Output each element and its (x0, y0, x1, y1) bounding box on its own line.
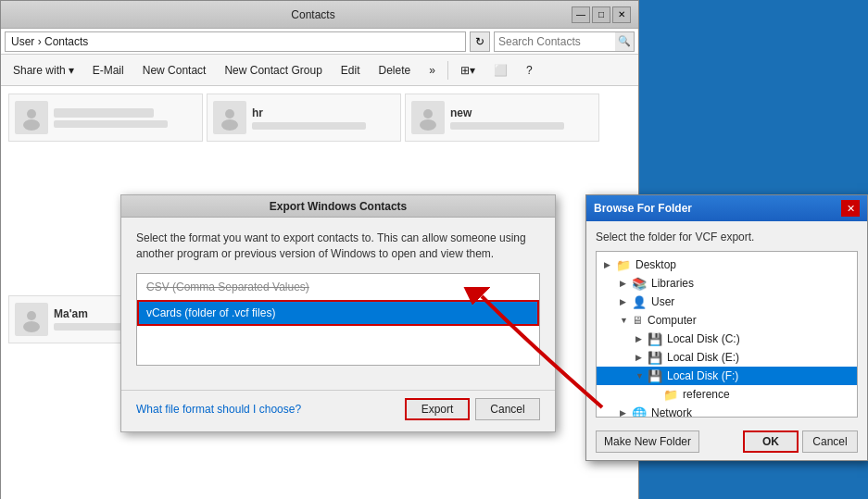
contact-card[interactable]: hr (207, 94, 401, 142)
network-icon: 🌐 (632, 406, 647, 418)
toolbar-separator (447, 61, 448, 80)
new-group-button[interactable]: New Contact Group (216, 58, 330, 82)
tree-label: reference (683, 388, 730, 401)
avatar (15, 303, 48, 336)
expand-icon: ▶ (604, 260, 613, 269)
email-button[interactable]: E-Mail (84, 58, 132, 82)
contact-name: new (450, 106, 593, 119)
more-button[interactable]: » (421, 58, 444, 82)
avatar (15, 101, 48, 134)
make-new-folder-button[interactable]: Make New Folder (596, 430, 699, 453)
hdd-icon: 💾 (648, 351, 662, 365)
tree-label: Local Disk (C:) (667, 332, 740, 345)
address-path[interactable]: User › Contacts (5, 31, 466, 52)
browse-for-folder-dialog: Browse For Folder ✕ Select the folder fo… (585, 194, 868, 461)
window-title: Contacts (55, 8, 572, 21)
expand-icon: ▶ (620, 279, 629, 288)
contact-detail (54, 120, 168, 128)
contact-info (54, 108, 196, 128)
hdd-icon: 💾 (648, 369, 662, 383)
refresh-button[interactable]: ↻ (470, 31, 490, 52)
export-dialog-title: Export Windows Contacts (121, 195, 555, 218)
svg-point-2 (225, 109, 234, 119)
expand-icon: ▶ (620, 297, 629, 306)
folder-icon: 📁 (663, 388, 678, 402)
format-item-csv[interactable]: CSV (Comma Separated Values) (137, 274, 539, 300)
browse-body: Select the folder for VCF export. ▶ 📁 De… (586, 221, 867, 423)
address-bar: User › Contacts ↻ 🔍 (1, 29, 638, 55)
export-dialog-body: Select the format you want to export con… (121, 218, 555, 390)
folder-icon: 👤 (632, 295, 647, 309)
svg-point-5 (420, 119, 436, 131)
avatar (213, 101, 246, 134)
export-cancel-button[interactable]: Cancel (475, 398, 540, 420)
svg-point-1 (23, 119, 40, 131)
contact-card[interactable]: new (405, 94, 599, 142)
tree-item-desktop[interactable]: ▶ 📁 Desktop (597, 256, 857, 274)
folder-icon: 📁 (616, 258, 631, 272)
expand-icon: ▶ (620, 408, 629, 418)
help-button[interactable]: ? (518, 58, 541, 82)
title-bar-controls: — □ ✕ (572, 6, 631, 23)
share-with-button[interactable]: Share with ▾ (5, 58, 82, 82)
search-box: 🔍 (494, 31, 635, 52)
chevron-down-icon: ▾ (69, 64, 74, 77)
tree-label: Libraries (651, 277, 694, 290)
help-link[interactable]: What file format should I choose? (136, 403, 301, 416)
folder-tree[interactable]: ▶ 📁 Desktop ▶ 📚 Libraries ▶ 👤 User (596, 251, 858, 418)
svg-point-6 (27, 311, 36, 320)
format-list[interactable]: CSV (Comma Separated Values) vCards (fol… (136, 273, 540, 366)
hdd-icon: 💾 (648, 332, 662, 346)
tree-label: Local Disk (E:) (667, 351, 739, 364)
expand-icon: ▼ (620, 316, 629, 325)
browse-close-button[interactable]: ✕ (841, 200, 860, 217)
browse-title: Browse For Folder (594, 202, 692, 215)
maximize-button[interactable]: □ (592, 6, 610, 23)
folder-icon: 📚 (632, 277, 647, 291)
tree-item-reference[interactable]: 📁 reference (597, 385, 857, 404)
browse-instruction: Select the folder for VCF export. (596, 231, 858, 243)
contact-detail (450, 122, 564, 130)
tree-item-libraries[interactable]: ▶ 📚 Libraries (597, 274, 857, 293)
contact-info: hr (252, 106, 395, 130)
svg-point-4 (423, 109, 433, 119)
export-description: Select the format you want to export con… (136, 231, 540, 262)
tree-label: Desktop (635, 258, 676, 271)
search-input[interactable] (495, 32, 615, 51)
expand-icon: ▼ (635, 371, 645, 380)
export-button[interactable]: Export (405, 398, 470, 420)
format-item-vcards[interactable]: vCards (folder of .vcf files) (137, 300, 539, 326)
svg-point-3 (221, 119, 238, 131)
browse-title-bar: Browse For Folder ✕ (586, 195, 867, 221)
browse-ok-button[interactable]: OK (743, 430, 799, 453)
contact-name: hr (252, 106, 395, 119)
tree-item-disk-f[interactable]: ▼ 💾 Local Disk (F:) (597, 367, 857, 385)
delete-button[interactable]: Delete (371, 58, 420, 82)
tree-item-disk-e[interactable]: ▶ 💾 Local Disk (E:) (597, 348, 857, 367)
tree-label: Local Disk (F:) (667, 369, 738, 382)
contact-detail (252, 122, 366, 130)
edit-button[interactable]: Edit (333, 58, 369, 82)
title-bar: Contacts — □ ✕ (1, 1, 638, 29)
tree-item-user[interactable]: ▶ 👤 User (597, 293, 857, 311)
search-icon[interactable]: 🔍 (615, 32, 634, 51)
expand-icon: ▶ (635, 334, 645, 343)
tree-label: User (651, 295, 674, 308)
tree-item-disk-c[interactable]: ▶ 💾 Local Disk (C:) (597, 330, 857, 348)
browse-footer: Make New Folder OK Cancel (586, 423, 867, 460)
svg-point-0 (27, 109, 36, 119)
toolbar: Share with ▾ E-Mail New Contact New Cont… (1, 55, 638, 86)
column-button[interactable]: ⬜ (485, 58, 516, 82)
close-button[interactable]: ✕ (612, 6, 631, 23)
browse-cancel-button[interactable]: Cancel (802, 430, 858, 453)
minimize-button[interactable]: — (572, 6, 590, 23)
new-contact-button[interactable]: New Contact (134, 58, 215, 82)
view-options-button[interactable]: ⊞▾ (452, 58, 484, 82)
tree-item-network[interactable]: ▶ 🌐 Network (597, 404, 857, 418)
tree-item-computer[interactable]: ▼ 🖥 Computer (597, 311, 857, 330)
export-dialog: Export Windows Contacts Select the forma… (120, 194, 556, 432)
contact-info: new (450, 106, 593, 130)
svg-point-7 (23, 321, 40, 332)
tree-label: Computer (648, 314, 697, 327)
contact-card[interactable] (8, 94, 203, 142)
